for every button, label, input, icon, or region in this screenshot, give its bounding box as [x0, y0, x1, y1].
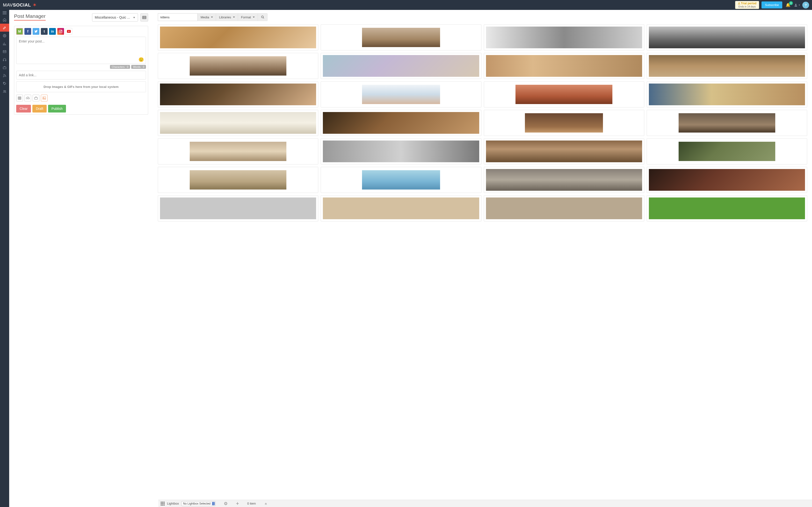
media-results-grid — [158, 24, 807, 221]
thumbnail-image — [323, 198, 479, 219]
filter-format-dropdown[interactable]: Format — [238, 13, 258, 21]
lightbox-expand-button[interactable] — [264, 502, 267, 505]
channel-instagram[interactable] — [57, 28, 64, 35]
calendar-view-button[interactable] — [140, 13, 148, 21]
media-thumbnail[interactable] — [321, 53, 481, 79]
left-sidebar — [0, 10, 9, 507]
media-thumbnail[interactable] — [484, 195, 644, 221]
media-thumbnail[interactable] — [158, 195, 318, 221]
media-thumbnail[interactable] — [647, 53, 807, 79]
library-button[interactable] — [33, 95, 39, 101]
subscribe-button[interactable]: Subscribe — [761, 1, 782, 8]
svg-point-22 — [44, 97, 44, 98]
sidebar-item-feeds[interactable] — [0, 71, 9, 79]
youtube-icon — [67, 30, 71, 33]
social-channel-row: M f t in — [16, 28, 146, 35]
thumbnail-image — [649, 169, 805, 191]
search-input[interactable] — [158, 13, 198, 21]
svg-rect-7 — [3, 60, 4, 61]
sidebar-item-assets[interactable] — [0, 63, 9, 71]
logo-social: SOCIAL — [13, 2, 31, 7]
sidebar-item-target[interactable] — [0, 32, 9, 40]
notifications-button[interactable]: 🔔 0 — [785, 3, 792, 7]
media-thumbnail[interactable] — [158, 53, 318, 79]
lightbox-add-button[interactable]: + — [236, 501, 239, 507]
trial-title: Trial period — [741, 2, 757, 5]
sidebar-item-compose[interactable] — [0, 24, 9, 32]
team-icon — [3, 90, 6, 94]
media-dropzone[interactable]: Drop Images & GIFs here from your local … — [16, 81, 146, 92]
media-thumbnail[interactable] — [647, 195, 807, 221]
chevron-down-icon: ▼ — [133, 16, 135, 19]
media-thumbnail[interactable] — [158, 81, 318, 107]
channel-youtube[interactable] — [65, 28, 72, 35]
channel-linkedin[interactable]: in — [49, 28, 56, 35]
sidebar-item-inbox[interactable] — [0, 48, 9, 56]
media-thumbnail[interactable] — [647, 167, 807, 193]
channel-facebook[interactable]: f — [24, 28, 31, 35]
media-thumbnail[interactable] — [484, 167, 644, 193]
image-search-button[interactable] — [41, 95, 48, 101]
media-thumbnail[interactable] — [647, 138, 807, 164]
svg-rect-27 — [161, 503, 162, 504]
lightbox-settings-button[interactable]: ⚙ — [224, 501, 227, 506]
svg-rect-2 — [3, 12, 6, 13]
sidebar-item-team[interactable] — [0, 88, 9, 95]
brand-logo[interactable]: MAVSOCIAL ✶ — [3, 2, 37, 8]
draft-button[interactable]: Draft — [33, 105, 46, 113]
media-thumbnail[interactable] — [158, 167, 318, 193]
sidebar-item-tags[interactable] — [0, 79, 9, 88]
publish-button[interactable]: Publish — [48, 105, 66, 113]
sidebar-item-listening[interactable] — [0, 56, 9, 63]
channel-mavsocial[interactable]: M — [16, 28, 23, 35]
thumbnail-image — [362, 85, 440, 104]
upload-button[interactable] — [24, 95, 31, 101]
grid-view-icon[interactable] — [161, 502, 164, 506]
filter-media-dropdown[interactable]: Media — [198, 13, 216, 21]
clear-button[interactable]: Clear — [16, 105, 31, 113]
channel-tumblr[interactable]: t — [41, 28, 48, 35]
help-button[interactable]: ? — [802, 2, 809, 8]
svg-rect-32 — [164, 505, 164, 506]
search-button[interactable] — [258, 13, 267, 21]
media-thumbnail[interactable] — [647, 110, 807, 136]
media-thumbnail[interactable] — [321, 110, 481, 136]
svg-point-4 — [3, 34, 6, 37]
chart-icon — [3, 42, 6, 46]
media-thumbnail[interactable] — [484, 53, 644, 79]
svg-rect-26 — [164, 502, 164, 503]
media-thumbnail[interactable] — [321, 81, 481, 107]
sidebar-item-analytics[interactable] — [0, 40, 9, 48]
media-thumbnail[interactable] — [484, 110, 644, 136]
emoji-picker-button[interactable]: 🙂 — [139, 57, 144, 62]
filter-libraries-dropdown[interactable]: Libraries — [216, 13, 238, 21]
media-thumbnail[interactable] — [321, 138, 481, 164]
media-thumbnail[interactable] — [484, 24, 644, 50]
post-textarea[interactable] — [16, 37, 146, 63]
media-thumbnail[interactable] — [158, 138, 318, 164]
media-thumbnail[interactable] — [158, 24, 318, 50]
media-thumbnail[interactable] — [321, 24, 481, 50]
channel-twitter[interactable] — [33, 28, 39, 35]
briefcase-icon — [3, 66, 6, 69]
media-thumbnail[interactable] — [321, 167, 481, 193]
user-menu[interactable]: ▾ — [794, 3, 800, 7]
thumbnail-image — [649, 83, 805, 105]
media-thumbnail[interactable] — [484, 138, 644, 164]
media-thumbnail[interactable] — [647, 24, 807, 50]
media-thumbnail[interactable] — [158, 110, 318, 136]
sidebar-toggle[interactable] — [0, 10, 9, 16]
media-thumbnail[interactable] — [321, 195, 481, 221]
search-icon — [261, 15, 264, 19]
schedule-button[interactable] — [16, 95, 23, 101]
campaign-dropdown[interactable]: Miscellaneous - Quic ... ▼ — [92, 13, 138, 21]
warning-icon: ⚠ — [738, 2, 741, 5]
media-thumbnail[interactable] — [484, 81, 644, 107]
lightbox-select[interactable]: No Lightbox Selected — [181, 501, 215, 506]
sidebar-item-home[interactable] — [0, 16, 9, 24]
link-input[interactable] — [16, 71, 146, 79]
media-thumbnail[interactable] — [647, 81, 807, 107]
trial-period-badge[interactable]: ⚠Trial period Ends in 14 days — [735, 1, 759, 9]
target-icon — [3, 34, 6, 38]
calendar-grid-icon — [18, 96, 21, 100]
